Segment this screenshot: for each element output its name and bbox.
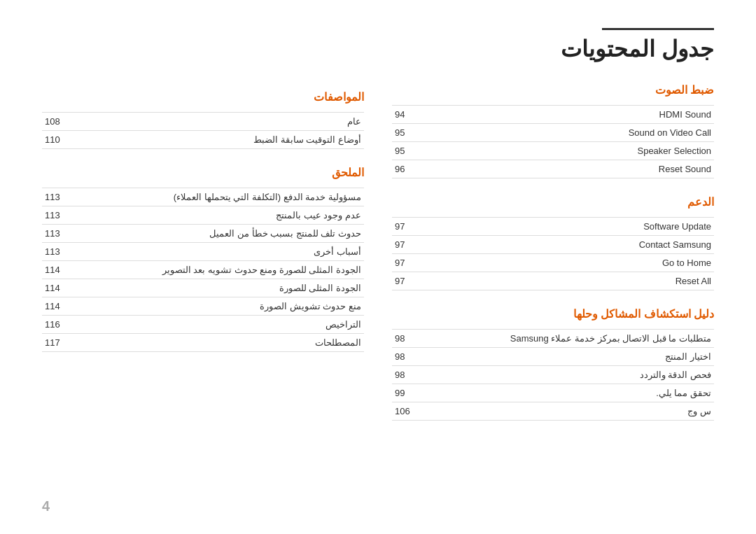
row-label: عام: [70, 113, 364, 131]
row-num: 99: [392, 384, 420, 402]
section-mulhaq: الملحق مسؤولية خدمة الدفع (التكلفة التي …: [42, 166, 364, 352]
row-num: 113: [42, 243, 70, 261]
table-row: عام 108: [42, 113, 364, 131]
section-header-dabt: ضبط الصوت: [392, 83, 714, 99]
table-row: أسباب أخرى 113: [42, 243, 364, 261]
table-row: Contact Samsung 97: [392, 236, 714, 254]
row-label: تحقق مما يلي.: [420, 384, 714, 402]
row-label: الجودة المثلى للصورة: [70, 279, 364, 297]
title-divider: [602, 28, 714, 30]
row-num: 98: [392, 348, 420, 366]
row-num: 110: [42, 131, 70, 149]
row-label: Speaker Selection: [420, 142, 714, 160]
table-row: اختيار المنتج 98: [392, 348, 714, 366]
table-row: فحص الدقة والتردد 98: [392, 366, 714, 384]
row-label: مسؤولية خدمة الدفع (التكلفة التي يتحملها…: [70, 188, 364, 206]
row-num: 97: [392, 236, 420, 254]
section-mawasafat: المواصفات عام 108 أوضاع التوقيت سابقة ال…: [42, 90, 364, 149]
row-label: أسباب أخرى: [70, 243, 364, 261]
row-label: متطلبات ما قبل الاتصال بمركز خدمة عملاء …: [420, 330, 714, 348]
main-content: المواصفات عام 108 أوضاع التوقيت سابقة ال…: [42, 83, 714, 513]
row-label: س وج: [420, 402, 714, 421]
row-num: 94: [392, 106, 420, 124]
table-row: التراخيص 116: [42, 316, 364, 334]
row-num: 97: [392, 272, 420, 290]
table-row: مسؤولية خدمة الدفع (التكلفة التي يتحملها…: [42, 188, 364, 206]
row-label: منع حدوث تشويش الصورة: [70, 297, 364, 316]
table-row: HDMI Sound 94: [392, 106, 714, 124]
row-num: 108: [42, 113, 70, 131]
section-dabt-sawt: ضبط الصوت HDMI Sound 94 Sound on Video C…: [392, 83, 714, 178]
table-row: عدم وجود عيب بالمنتج 113: [42, 206, 364, 225]
row-num: 117: [42, 334, 70, 352]
table-row: تحقق مما يلي. 99: [392, 384, 714, 402]
row-label: Reset All: [420, 272, 714, 290]
table-row: س وج 106: [392, 402, 714, 421]
row-label: اختيار المنتج: [420, 348, 714, 366]
row-label: حدوث تلف للمنتج بسبب خطأ من العميل: [70, 225, 364, 243]
row-label: أوضاع التوقيت سابقة الضبط: [70, 131, 364, 149]
section-adaam: الدعم Software Update 97 Contact Samsung…: [392, 195, 714, 290]
section-header-mawasafat: المواصفات: [42, 90, 364, 106]
section-header-mulhaq: الملحق: [42, 166, 364, 182]
table-row: منع حدوث تشويش الصورة 114: [42, 297, 364, 316]
page-number: 4: [42, 498, 50, 514]
row-num: 113: [42, 225, 70, 243]
table-row: المصطلحات 117: [42, 334, 364, 352]
table-row: Go to Home 97: [392, 254, 714, 272]
row-label: HDMI Sound: [420, 106, 714, 124]
row-num: 98: [392, 330, 420, 348]
row-num: 98: [392, 366, 420, 384]
table-row: Speaker Selection 95: [392, 142, 714, 160]
row-num: 106: [392, 402, 420, 421]
toc-table-mulhaq: مسؤولية خدمة الدفع (التكلفة التي يتحملها…: [42, 188, 364, 352]
table-row: Reset All 97: [392, 272, 714, 290]
toc-table-mawasafat: عام 108 أوضاع التوقيت سابقة الضبط 110: [42, 112, 364, 149]
row-num: 116: [42, 316, 70, 334]
table-row: Reset Sound 96: [392, 160, 714, 178]
table-row: حدوث تلف للمنتج بسبب خطأ من العميل 113: [42, 225, 364, 243]
table-row: الجودة المثلى للصورة 114: [42, 279, 364, 297]
row-num: 97: [392, 254, 420, 272]
row-label: Go to Home: [420, 254, 714, 272]
table-row: متطلبات ما قبل الاتصال بمركز خدمة عملاء …: [392, 330, 714, 348]
row-label: عدم وجود عيب بالمنتج: [70, 206, 364, 225]
row-label: فحص الدقة والتردد: [420, 366, 714, 384]
title-section: جدول المحتويات: [42, 28, 714, 62]
row-num: 113: [42, 188, 70, 206]
table-row: أوضاع التوقيت سابقة الضبط 110: [42, 131, 364, 149]
section-header-adaam: الدعم: [392, 195, 714, 211]
table-row: Software Update 97: [392, 218, 714, 236]
row-label: التراخيص: [70, 316, 364, 334]
row-label: Contact Samsung: [420, 236, 714, 254]
row-label: Software Update: [420, 218, 714, 236]
row-num: 114: [42, 279, 70, 297]
row-label: المصطلحات: [70, 334, 364, 352]
row-num: 95: [392, 124, 420, 142]
section-header-trouble: دليل استكشاف المشاكل وحلها: [392, 307, 714, 323]
toc-table-trouble: متطلبات ما قبل الاتصال بمركز خدمة عملاء …: [392, 329, 714, 421]
table-row: Sound on Video Call 95: [392, 124, 714, 142]
toc-table-dabt: HDMI Sound 94 Sound on Video Call 95 Spe…: [392, 105, 714, 178]
page-container: جدول المحتويات المواصفات عام 108 أوضاع ا…: [0, 0, 756, 534]
row-num: 114: [42, 261, 70, 279]
page-title: جدول المحتويات: [561, 36, 714, 62]
row-label: Reset Sound: [420, 160, 714, 178]
row-label: الجودة المثلى للصورة ومنع حدوث تشويه بعد…: [70, 261, 364, 279]
row-label: Sound on Video Call: [420, 124, 714, 142]
row-num: 96: [392, 160, 420, 178]
row-num: 114: [42, 297, 70, 316]
toc-table-adaam: Software Update 97 Contact Samsung 97 Go…: [392, 217, 714, 290]
table-row: الجودة المثلى للصورة ومنع حدوث تشويه بعد…: [42, 261, 364, 279]
row-num: 95: [392, 142, 420, 160]
section-troubleshoot: دليل استكشاف المشاكل وحلها متطلبات ما قب…: [392, 307, 714, 421]
row-num: 97: [392, 218, 420, 236]
left-column: المواصفات عام 108 أوضاع التوقيت سابقة ال…: [42, 83, 364, 513]
row-num: 113: [42, 206, 70, 225]
right-column: ضبط الصوت HDMI Sound 94 Sound on Video C…: [392, 83, 714, 513]
